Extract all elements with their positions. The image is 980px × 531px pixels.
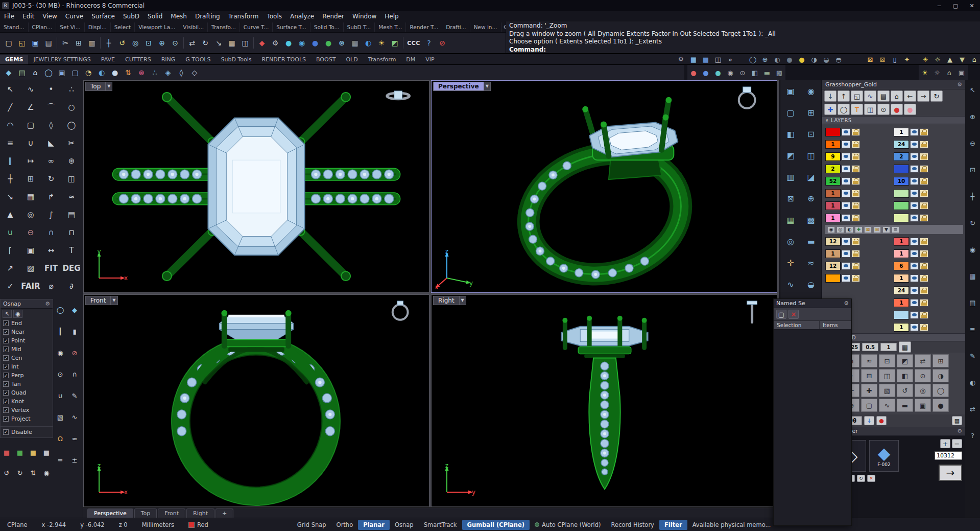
display-toggle-icon[interactable]: ▦ — [952, 416, 962, 425]
smooth-icon[interactable]: ◒ — [801, 273, 821, 295]
checkbox[interactable] — [3, 390, 9, 396]
status-toggle-grid-snap[interactable]: Grid Snap — [292, 520, 331, 530]
sphere-teal-icon[interactable]: ● — [712, 66, 724, 79]
bulb-on2-icon[interactable]: ☀ — [919, 66, 931, 79]
osnap-item-vertex[interactable]: Vertex — [1, 406, 53, 414]
layer-color-chip[interactable] — [825, 274, 841, 283]
save-icon[interactable]: ▣ — [29, 36, 42, 50]
plugin-tab-jewelery-settings[interactable]: JEWELERY SETTINGS — [28, 55, 95, 64]
gem-place-icon[interactable]: ◆ — [67, 299, 82, 320]
snapshot-icon[interactable]: ◉ — [40, 463, 53, 483]
projector-icon[interactable]: ▣ — [955, 66, 968, 79]
tech-sphere-icon[interactable]: ◑ — [808, 54, 820, 65]
layer-entry[interactable] — [825, 128, 894, 136]
trim-icon[interactable]: ✂ — [61, 134, 82, 152]
timer-download-icon[interactable]: ↓ — [864, 416, 874, 425]
osnap-item-perp[interactable]: Perp — [1, 371, 53, 380]
layer-color-chip[interactable]: 10 — [894, 177, 909, 186]
pearl-icon[interactable]: ● — [108, 66, 122, 79]
bevel-edge-icon[interactable]: ◩ — [780, 145, 801, 166]
layer-visibility-icon[interactable] — [842, 262, 850, 270]
cutter-icon[interactable]: ⊘ — [67, 342, 82, 363]
zoom-in-part-icon[interactable]: + — [940, 439, 950, 448]
gear-icon[interactable]: ⚙ — [957, 81, 962, 88]
twist-box-icon[interactable]: ∿ — [780, 273, 801, 295]
layer-visibility-icon[interactable] — [910, 238, 919, 245]
bulb-on-icon[interactable]: ☀ — [919, 54, 931, 65]
paste-icon[interactable]: ▥ — [85, 36, 99, 50]
open-definition-icon[interactable]: ↓ — [824, 90, 836, 102]
toolbar-tab[interactable]: Transfo... — [208, 22, 240, 32]
pan-icon[interactable]: ┼ — [102, 36, 115, 50]
move-icon[interactable]: ⇄ — [185, 36, 199, 50]
new-named-selection-icon[interactable]: ▢ — [776, 310, 786, 319]
layer-color-chip[interactable]: 1 — [825, 140, 841, 149]
extend-icon[interactable]: ↦ — [20, 152, 41, 170]
viewport-label-top[interactable]: Top — [85, 82, 106, 91]
subd-inset-icon[interactable]: ⊡ — [879, 354, 895, 367]
new-file-icon[interactable]: ▢ — [2, 36, 15, 50]
zoom-out-part-icon[interactable]: − — [952, 439, 962, 448]
layer-color-chip[interactable]: 1 — [894, 323, 909, 332]
ccc-label[interactable]: CCC — [405, 36, 422, 50]
layer-entry[interactable]: 1 — [894, 323, 962, 332]
layer-visibility-icon[interactable] — [842, 274, 850, 282]
refresh-icon[interactable]: ↻ — [930, 90, 943, 102]
copy-tool-icon[interactable]: ⊞ — [20, 170, 41, 188]
osnap-item-cen[interactable]: Cen — [1, 354, 53, 362]
layer-entry[interactable]: 6 — [894, 262, 962, 270]
layer-lock-icon[interactable] — [920, 202, 928, 210]
floor-icon[interactable]: ▬ — [761, 66, 773, 79]
menu-surface[interactable]: Surface — [87, 11, 119, 21]
remove-edge-icon[interactable]: ⊟ — [861, 369, 877, 382]
osnap-disable-row[interactable]: Disable — [1, 426, 53, 435]
toolbar-tab[interactable]: Viewport La... — [135, 22, 179, 32]
pointer-mini-icon[interactable]: ↖ — [967, 84, 979, 96]
checkbox[interactable] — [3, 416, 9, 422]
viewport-label-front[interactable]: Front — [85, 296, 111, 305]
flat-subd-icon[interactable]: ▬ — [897, 399, 913, 412]
mirror-icon[interactable]: ◫ — [238, 36, 252, 50]
deg-icon[interactable]: DEG — [61, 259, 82, 277]
layer-lock-icon[interactable] — [920, 287, 928, 294]
checkbox[interactable] — [3, 338, 9, 343]
stone-head-perspective[interactable] — [582, 97, 678, 160]
rotate-icon[interactable]: ↻ — [199, 36, 212, 50]
gear-icon[interactable]: ⚙ — [678, 56, 684, 63]
layer-entry[interactable] — [894, 214, 962, 222]
status-toggle-ortho[interactable]: Ortho — [331, 520, 358, 530]
menu-tools[interactable]: Tools — [262, 11, 286, 21]
scatter-gems-icon[interactable]: ∴ — [148, 66, 161, 79]
toolbar-tab[interactable]: New in... — [470, 22, 501, 32]
layer-visibility-icon[interactable] — [842, 153, 850, 160]
toolbar-tab[interactable]: Select — [111, 22, 135, 32]
zoom-window-icon[interactable]: ⊡ — [142, 36, 155, 50]
pipe-icon[interactable]: ═ — [53, 449, 67, 471]
rotate-tool-icon[interactable]: ↻ — [41, 170, 61, 188]
text-icon[interactable]: T — [61, 241, 82, 259]
layer-visibility-icon[interactable] — [910, 324, 919, 331]
shaded-cube-icon[interactable]: ■ — [700, 54, 712, 65]
explode-icon[interactable]: ⊛ — [61, 152, 82, 170]
sphere-green-icon[interactable]: ● — [322, 36, 335, 50]
layer-entry[interactable] — [894, 311, 962, 319]
delete-named-selection-icon[interactable]: ✕ — [788, 310, 799, 319]
layer-entry[interactable]: 9 — [825, 152, 894, 161]
sun-icon[interactable]: ☀ — [375, 36, 388, 50]
spring-icon[interactable]: ≈ — [67, 428, 82, 449]
layer-color-chip[interactable]: 12 — [825, 262, 841, 270]
sort-gems-icon[interactable]: ⇅ — [122, 66, 135, 79]
symmetry-icon[interactable]: ◑ — [933, 369, 949, 382]
box-mode-icon[interactable]: ▣ — [915, 399, 931, 412]
viewport-label-right[interactable]: Right — [433, 296, 460, 305]
viewport-tab--[interactable]: + — [216, 509, 233, 518]
cyan-circle-icon[interactable]: ● — [282, 36, 295, 50]
layer-color-chip[interactable] — [825, 128, 841, 136]
layer-visibility-icon[interactable] — [910, 214, 919, 222]
smooth-subd-icon[interactable]: ∿ — [879, 399, 895, 412]
command-history-line[interactable]: Choose option ( Extents Selected 1To1 ):… — [509, 38, 977, 46]
plugin-tab-g-tools[interactable]: G TOOLS — [180, 55, 216, 64]
viewport-right[interactable]: Right ▼ yz — [431, 294, 777, 507]
array-tool-icon[interactable]: ▦ — [20, 188, 41, 205]
layers-mini-icon[interactable]: ▤ — [967, 297, 979, 308]
